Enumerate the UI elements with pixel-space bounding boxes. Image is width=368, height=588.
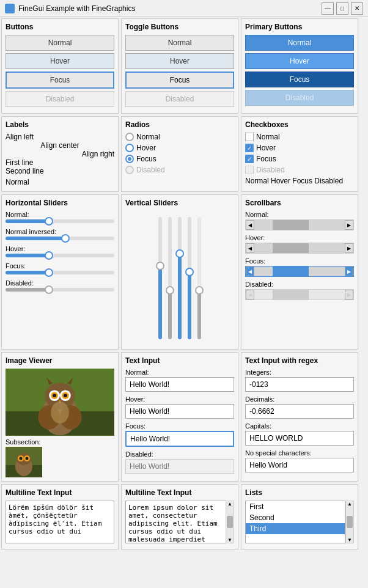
check-hover-label: Hover [256, 144, 276, 152]
multiline2-scroll-down[interactable]: ▼ [227, 537, 232, 543]
sb-focus-thumb[interactable] [273, 266, 309, 276]
label-align-left: Align left [6, 133, 114, 141]
multiline2-title: Multiline Text Input [125, 488, 234, 497]
primary-hover[interactable]: Hover [245, 53, 354, 69]
labels-title: Labels [6, 120, 114, 129]
owl-small-svg [6, 447, 42, 477]
toggle-normal[interactable]: Normal [125, 35, 234, 51]
primary-focus[interactable]: Focus [245, 72, 354, 87]
button-hover[interactable]: Hover [6, 53, 114, 69]
hslider-focus-track[interactable] [6, 271, 114, 274]
svg-point-10 [53, 394, 56, 397]
multiline2-scrollbar[interactable]: ▲ ▼ [226, 501, 234, 543]
hslider-hover-track[interactable] [6, 254, 114, 257]
hslider-inversed-track[interactable] [6, 237, 114, 240]
check-hover-box[interactable]: ✓ [245, 144, 254, 152]
tir-nospec-input[interactable] [245, 458, 354, 472]
radio-normal-circle[interactable] [125, 133, 134, 141]
radio-hover-label: Hover [136, 144, 156, 152]
sb-hover-right[interactable]: ▶ [345, 243, 353, 253]
check-disabled-box [245, 166, 254, 174]
sb-focus-groove[interactable] [254, 266, 345, 276]
vslider-2-track[interactable] [168, 217, 172, 339]
ti-focus-label: Focus: [125, 422, 234, 430]
vslider-5-track [197, 217, 201, 339]
hslider-disabled-label: Disabled: [6, 279, 114, 287]
button-disabled: Disabled [6, 91, 114, 107]
sb-normal-groove[interactable] [254, 220, 345, 230]
check-extra-row: Normal Hover Focus Disabled [245, 177, 354, 185]
v-sliders-section: Vertical Sliders [121, 194, 238, 350]
vslider-3[interactable] [178, 211, 182, 345]
check-disabled-row: Disabled [245, 166, 354, 174]
sb-disabled-track: ◀ ▶ [245, 289, 354, 300]
sb-hover-left[interactable]: ◀ [246, 243, 254, 253]
sb-hover-groove[interactable] [254, 243, 345, 253]
radio-hover-circle[interactable] [125, 144, 134, 152]
hslider-normal-track[interactable] [6, 219, 114, 223]
multiline1-input[interactable]: Lörëm ïpšüm dölör šit àmët, çönšëçtetür … [6, 501, 114, 543]
list-scroll-up[interactable]: ▲ [347, 501, 352, 507]
radios-title: Radios [125, 120, 234, 129]
vslider-1-track[interactable] [158, 217, 162, 339]
close-button[interactable]: ✕ [351, 2, 363, 15]
list-scrollbar[interactable]: ▲ ▼ [345, 501, 354, 543]
multiline2-input[interactable]: Lorem ipsum dolor sit amet, consectetur … [125, 501, 234, 543]
ti-hover-input[interactable] [125, 404, 234, 419]
check-normal-box[interactable] [245, 133, 254, 141]
sb-focus-left[interactable]: ◀ [246, 266, 254, 276]
sb-disabled-right: ▶ [345, 290, 353, 300]
sb-normal-track[interactable]: ◀ ▶ [245, 219, 354, 230]
sb-normal-right[interactable]: ▶ [345, 220, 353, 230]
list-box[interactable]: First Second Third [245, 501, 345, 543]
sb-focus-label: Focus: [245, 257, 354, 265]
sb-hover-thumb[interactable] [273, 243, 309, 253]
image-viewer-section: Image Viewer [1, 352, 119, 482]
window-controls: — □ ✕ [322, 2, 363, 15]
toggle-buttons-title: Toggle Buttons [125, 23, 234, 31]
sb-normal-thumb[interactable] [273, 220, 309, 230]
radio-hover-row: Hover [125, 144, 234, 152]
radio-focus-circle[interactable] [125, 155, 134, 163]
tir-nospec-label: No special characters: [245, 449, 354, 457]
multiline2-scroll-up[interactable]: ▲ [227, 501, 232, 507]
list-item-1[interactable]: Second [246, 512, 345, 523]
multiline1-title: Multiline Text Input [6, 488, 114, 497]
hslider-disabled-track [6, 288, 114, 292]
check-focus-row: ✓ Focus [245, 155, 354, 163]
vslider-4[interactable] [188, 211, 191, 345]
primary-normal[interactable]: Normal [245, 35, 354, 51]
tir-int-input[interactable] [245, 377, 354, 392]
vslider-4-track[interactable] [188, 217, 191, 339]
multiline2-section: Multiline Text Input Lorem ipsum dolor s… [121, 484, 238, 549]
tir-cap-input[interactable] [245, 431, 354, 446]
primary-buttons-title: Primary Buttons [245, 23, 354, 31]
vslider-1[interactable] [158, 211, 162, 345]
list-scroll-down[interactable]: ▼ [347, 537, 352, 543]
tir-dec-input[interactable] [245, 404, 354, 419]
vslider-5 [197, 211, 201, 345]
sb-hover-label: Hover: [245, 234, 354, 241]
button-focus[interactable]: Focus [6, 72, 114, 89]
sb-hover-track[interactable]: ◀ ▶ [245, 243, 354, 254]
list-scroll-thumb[interactable] [347, 516, 353, 528]
vslider-2[interactable] [168, 211, 172, 345]
check-focus-box[interactable]: ✓ [245, 155, 254, 163]
ti-focus-input[interactable] [125, 431, 234, 447]
vslider-3-track[interactable] [178, 217, 182, 339]
button-normal[interactable]: Normal [6, 35, 114, 51]
sb-focus-track[interactable]: ◀ ▶ [245, 266, 354, 277]
list-item-0[interactable]: First [246, 501, 345, 512]
ti-normal-input[interactable] [125, 377, 234, 392]
sb-normal-left[interactable]: ◀ [246, 220, 254, 230]
labels-section: Labels Align left Align center Align rig… [1, 116, 119, 192]
multiline2-thumb[interactable] [227, 516, 233, 528]
toggle-hover[interactable]: Hover [125, 53, 234, 69]
minimize-button[interactable]: — [322, 2, 334, 15]
list-item-2[interactable]: Third [246, 523, 345, 534]
toggle-focus[interactable]: Focus [125, 72, 234, 89]
hslider-normal-label: Normal: [6, 211, 114, 218]
toggle-disabled: Disabled [125, 91, 234, 107]
maximize-button[interactable]: □ [336, 2, 348, 15]
sb-focus-right[interactable]: ▶ [345, 266, 353, 276]
